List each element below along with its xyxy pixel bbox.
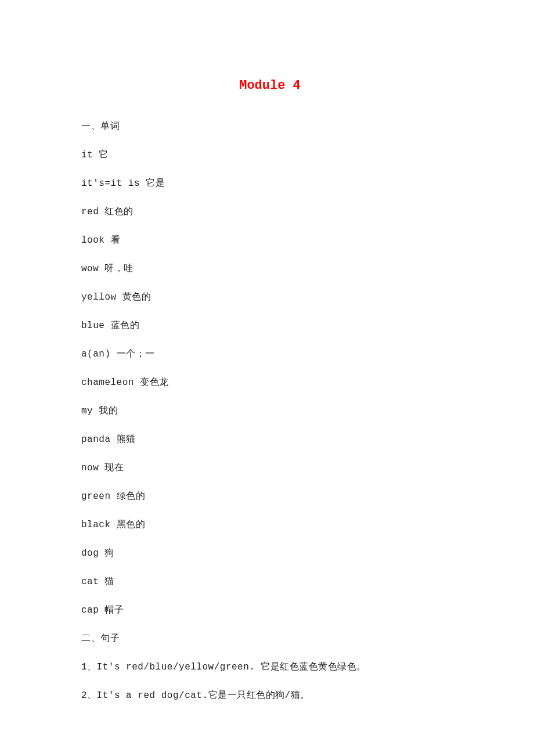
document-page: Module 4 一、单词 it 它 it's=it is 它是 red 红色的…	[0, 0, 534, 701]
vocab-item: cap 帽子	[81, 604, 459, 616]
vocab-item: look 看	[81, 235, 459, 246]
vocab-item: chameleon 变色龙	[81, 377, 459, 388]
vocab-item: green 绿色的	[81, 491, 459, 502]
vocab-item: it's=it is 它是	[81, 178, 459, 189]
section-heading-vocab: 一、单词	[81, 121, 459, 132]
vocab-item: blue 蓝色的	[81, 320, 459, 332]
vocab-item: wow 呀，哇	[81, 263, 459, 275]
page-title: Module 4	[81, 78, 459, 93]
vocab-item: dog 狗	[81, 548, 459, 559]
vocab-item: red 红色的	[81, 206, 459, 218]
sentence-item: 1、It's red/blue/yellow/green. 它是红色蓝色黄色绿色…	[81, 661, 459, 673]
vocab-item: it 它	[81, 149, 459, 161]
vocab-item: my 我的	[81, 405, 459, 417]
section-heading-sentences: 二、句子	[81, 633, 459, 645]
sentence-item: 2、It's a red dog/cat.它是一只红色的狗/猫。	[81, 690, 459, 701]
vocab-item: cat 猫	[81, 576, 459, 588]
vocab-item: black 黑色的	[81, 519, 459, 531]
vocab-item: panda 熊猫	[81, 434, 459, 445]
vocab-item: a(an) 一个；一	[81, 348, 459, 360]
vocab-item: yellow 黄色的	[81, 291, 459, 303]
vocab-item: now 现在	[81, 462, 459, 474]
